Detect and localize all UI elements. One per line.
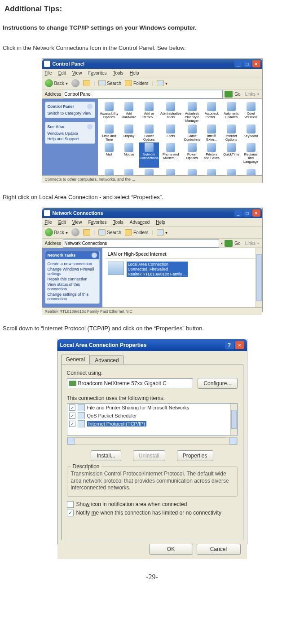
control-panel-icon[interactable]: Scanners and Cameras — [100, 169, 119, 175]
scrollbar[interactable] — [230, 404, 237, 435]
menu-file[interactable]: File — [45, 220, 52, 225]
control-panel-icon[interactable]: System — [242, 169, 260, 175]
control-panel-icon[interactable]: Administrative Tools — [160, 102, 182, 123]
menu-tools[interactable]: Tools — [113, 220, 123, 225]
control-panel-icon[interactable]: Keyboard — [242, 124, 260, 142]
control-panel-icon[interactable]: Internet Options — [222, 124, 241, 142]
control-panel-icon[interactable]: Sound Effect Manager — [160, 169, 182, 175]
minimize-button[interactable]: _ — [234, 209, 242, 217]
help-support-link[interactable]: Help and Support — [48, 136, 93, 142]
control-panel-icon[interactable]: Symantec LiveUpdate — [222, 169, 241, 175]
control-panel-icon[interactable]: Power Options — [183, 142, 202, 168]
configure-button[interactable]: Configure... — [198, 378, 237, 389]
forward-button[interactable] — [71, 228, 79, 236]
control-panel-icon[interactable]: Mail — [100, 142, 119, 168]
properties-button[interactable]: Properties — [177, 450, 213, 461]
cancel-button[interactable]: Cancel — [197, 544, 241, 555]
task-link[interactable]: View status of this connection — [48, 282, 97, 292]
views-button[interactable]: ▾ — [157, 80, 167, 86]
titlebar[interactable]: Network Connections _ □ × — [42, 208, 262, 218]
task-link[interactable]: Create a new connection — [48, 261, 97, 266]
control-panel-icon[interactable]: Add Hardware — [119, 102, 138, 123]
control-panel-icon[interactable]: QuickTime — [222, 142, 241, 168]
tab-advanced[interactable]: Advanced — [90, 355, 123, 365]
control-panel-icon[interactable]: Game Controllers — [183, 124, 202, 142]
connection-item[interactable]: Local Area Connection Connected, Firewal… — [108, 262, 257, 277]
control-panel-icon[interactable]: Security Center — [139, 169, 159, 175]
list-item[interactable]: QoS Packet Scheduler — [87, 413, 137, 418]
control-panel-icon[interactable]: Date and Time — [100, 124, 119, 142]
address-input[interactable] — [63, 239, 219, 248]
task-link[interactable]: Repair this connection — [48, 276, 97, 282]
titlebar[interactable]: Control Panel _ □ × — [42, 59, 262, 69]
control-panel-icon[interactable]: Sounds and Audio Devices — [183, 169, 202, 175]
forward-button[interactable] — [71, 79, 79, 87]
search-button[interactable]: Search — [98, 229, 121, 235]
tab-general[interactable]: General — [61, 355, 90, 364]
scroll-left-icon[interactable] — [67, 438, 75, 444]
back-button[interactable]: Back ▾ — [45, 228, 68, 236]
notify-checkbox[interactable]: ✓ — [67, 510, 74, 516]
control-panel-icon[interactable]: Speech — [202, 169, 221, 175]
install-button[interactable]: Install... — [91, 450, 121, 461]
close-button[interactable]: × — [252, 60, 260, 67]
windows-update-link[interactable]: Windows Update — [48, 131, 93, 136]
scroll-right-icon[interactable] — [229, 438, 237, 444]
control-panel-icon[interactable]: Autodesk Plot Style Manager — [183, 102, 202, 123]
go-button[interactable] — [225, 240, 233, 247]
links-label[interactable]: Links — [245, 92, 256, 97]
collapse-icon[interactable] — [87, 124, 93, 129]
menu-file[interactable]: File — [45, 71, 52, 76]
folders-button[interactable]: Folders — [125, 80, 148, 86]
h-scrollbar[interactable] — [67, 437, 238, 445]
menu-adv[interactable]: Advanced — [130, 220, 150, 225]
task-link[interactable]: Change settings of this connection — [48, 292, 97, 302]
show-icon-checkbox[interactable] — [67, 501, 74, 508]
collapse-icon[interactable] — [87, 104, 93, 109]
collapse-icon[interactable] — [92, 253, 97, 258]
task-link[interactable]: Change Windows Firewall settings — [48, 266, 97, 276]
close-button[interactable]: × — [235, 341, 244, 349]
maximize-button[interactable]: □ — [243, 60, 251, 67]
list-item[interactable]: File and Printer Sharing for Microsoft N… — [87, 405, 189, 410]
maximize-button[interactable]: □ — [243, 209, 251, 217]
control-panel-icon[interactable]: Mouse — [119, 142, 138, 168]
folders-button[interactable]: Folders — [125, 229, 148, 235]
control-panel-icon[interactable]: Fonts — [160, 124, 182, 142]
search-button[interactable]: Search — [98, 80, 121, 86]
control-panel-icon[interactable]: Network Connections — [139, 142, 159, 168]
address-input[interactable] — [63, 90, 223, 98]
menu-fav[interactable]: Favorites — [88, 71, 106, 76]
control-panel-icon[interactable]: Phone and Modem ... — [160, 142, 182, 168]
close-button[interactable]: × — [252, 209, 260, 217]
ok-button[interactable]: OK — [149, 544, 193, 555]
switch-category-link[interactable]: Switch to Category View — [48, 111, 93, 116]
control-panel-icon[interactable]: Printers and Faxes — [202, 142, 221, 168]
control-panel-icon[interactable]: Folder Options — [139, 124, 159, 142]
control-panel-icon[interactable]: Intel® Extre... — [202, 124, 221, 142]
menu-fav[interactable]: Favorites — [88, 220, 106, 225]
control-panel-icon[interactable]: Autodesk Plotter... — [202, 102, 221, 123]
control-panel-icon[interactable]: Regional and Language ... — [242, 142, 260, 168]
control-panel-icon[interactable]: Automatic Updates — [222, 102, 241, 123]
go-button[interactable] — [225, 91, 233, 98]
menu-tools[interactable]: Tools — [113, 71, 123, 76]
component-list[interactable]: ✓File and Printer Sharing for Microsoft … — [67, 403, 238, 435]
titlebar[interactable]: Local Area Connection Properties ? × — [57, 339, 247, 351]
menu-view[interactable]: View — [72, 220, 82, 225]
up-button[interactable] — [83, 229, 90, 235]
menu-help[interactable]: Help — [130, 71, 139, 76]
back-button[interactable]: Back ▾ — [45, 79, 68, 87]
list-item-selected[interactable]: Internet Protocol (TCP/IP) — [87, 421, 147, 426]
control-panel-icon[interactable]: Display — [119, 124, 138, 142]
links-label[interactable]: Links — [245, 241, 256, 246]
control-panel-icon[interactable]: Scheduled Tasks — [119, 169, 138, 175]
help-button[interactable]: ? — [225, 341, 234, 349]
scrollbar[interactable] — [256, 248, 262, 307]
menu-help[interactable]: Help — [156, 220, 165, 225]
up-button[interactable] — [83, 80, 90, 86]
menu-edit[interactable]: Edit — [58, 220, 66, 225]
menu-view[interactable]: View — [72, 71, 82, 76]
control-panel-icon[interactable]: Corel Versions — [242, 102, 260, 123]
views-button[interactable]: ▾ — [157, 229, 167, 235]
